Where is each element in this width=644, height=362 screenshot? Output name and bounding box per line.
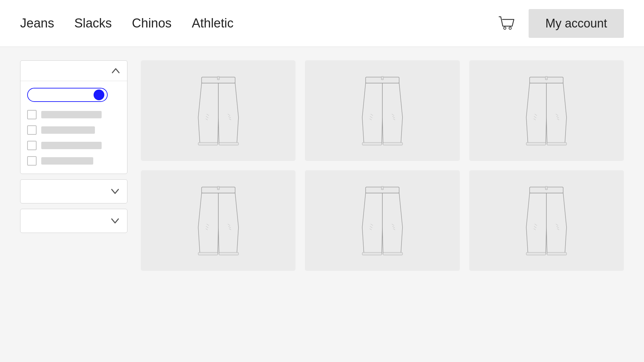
svg-rect-12 <box>198 142 218 145</box>
nav-links: Jeans Slacks Chinos Athletic <box>20 16 495 31</box>
checkbox-2[interactable] <box>27 125 37 135</box>
checkbox-row <box>27 156 120 166</box>
filter-panel-collapsed-1[interactable] <box>20 179 127 203</box>
svg-rect-15 <box>381 76 383 80</box>
filter-panel-collapsed-2[interactable] <box>20 209 127 233</box>
jeans-image-4 <box>192 184 245 257</box>
product-card-2[interactable] <box>305 60 460 161</box>
jeans-image-2 <box>356 74 409 147</box>
toggle-row <box>27 88 120 102</box>
jeans-image-3 <box>520 74 573 147</box>
svg-rect-13 <box>219 142 238 145</box>
product-card-6[interactable] <box>469 170 624 271</box>
nav-athletic[interactable]: Athletic <box>192 16 234 31</box>
filter-panel-header[interactable] <box>20 61 127 81</box>
nav-slacks[interactable]: Slacks <box>74 16 112 31</box>
product-card-4[interactable] <box>141 170 296 271</box>
svg-rect-60 <box>362 252 382 255</box>
svg-rect-39 <box>217 186 219 190</box>
nav-chinos[interactable]: Chinos <box>132 16 171 31</box>
jeans-image-6 <box>520 184 573 257</box>
checkbox-4[interactable] <box>27 156 37 166</box>
checkbox-1[interactable] <box>27 110 37 119</box>
navbar: Jeans Slacks Chinos Athletic My account <box>0 0 644 47</box>
svg-rect-3 <box>217 76 219 80</box>
svg-rect-37 <box>547 142 567 145</box>
svg-rect-63 <box>545 186 547 190</box>
checkbox-label-3 <box>41 142 102 149</box>
sidebar <box>20 60 127 271</box>
svg-rect-25 <box>383 142 402 145</box>
jeans-image-1 <box>192 74 245 147</box>
checkbox-row <box>27 110 120 119</box>
product-grid <box>141 60 624 271</box>
checkbox-label-4 <box>41 157 93 165</box>
chevron-down-icon-2 <box>110 216 120 226</box>
chevron-down-icon-1 <box>110 187 120 196</box>
checkbox-label-1 <box>41 111 102 118</box>
jeans-image-5 <box>356 184 409 257</box>
svg-rect-27 <box>545 76 547 80</box>
checkbox-row <box>27 125 120 135</box>
product-card-3[interactable] <box>469 60 624 161</box>
svg-rect-36 <box>526 142 546 145</box>
svg-rect-61 <box>383 252 402 255</box>
nav-right: My account <box>495 9 624 38</box>
svg-rect-48 <box>198 252 218 255</box>
svg-rect-73 <box>547 252 567 255</box>
cart-button[interactable] <box>495 12 519 35</box>
svg-rect-49 <box>219 252 238 255</box>
my-account-button[interactable]: My account <box>529 9 624 38</box>
svg-point-0 <box>504 27 506 29</box>
chevron-up-icon <box>111 66 120 75</box>
svg-rect-51 <box>381 186 383 190</box>
svg-rect-24 <box>362 142 382 145</box>
checkbox-3[interactable] <box>27 141 37 150</box>
product-card-5[interactable] <box>305 170 460 271</box>
filter-panel-body <box>20 81 127 174</box>
toggle-switch[interactable] <box>27 88 108 102</box>
svg-rect-72 <box>526 252 546 255</box>
main-content <box>0 47 644 284</box>
svg-point-1 <box>509 27 512 29</box>
product-card-1[interactable] <box>141 60 296 161</box>
checkbox-list <box>27 110 120 166</box>
toggle-knob <box>94 89 104 100</box>
checkbox-label-2 <box>41 126 95 134</box>
filter-panel-expanded <box>20 60 127 174</box>
nav-jeans[interactable]: Jeans <box>20 16 54 31</box>
checkbox-row <box>27 141 120 150</box>
cart-icon <box>497 14 516 33</box>
